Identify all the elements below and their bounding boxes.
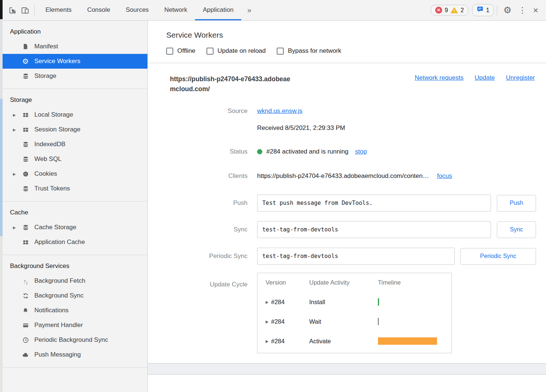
expand-arrow-icon[interactable]: ▶	[13, 226, 21, 230]
expand-arrow-icon[interactable]: ▶	[266, 320, 269, 324]
close-devtools-icon[interactable]: ×	[530, 5, 542, 16]
sidebar-item-web-sql[interactable]: ▶ Web SQL	[3, 152, 147, 166]
update-cycle-label: Update Cycle	[148, 273, 257, 288]
timeline-wait-tick	[378, 318, 379, 325]
push-button[interactable]: Push	[497, 195, 536, 212]
toolbar-right-cluster: ✕ 9 ! 2 1 ⚙ ⋮	[427, 4, 543, 16]
tab-application[interactable]: Application	[195, 0, 241, 20]
more-tabs-icon[interactable]: »	[241, 6, 257, 14]
expand-arrow-icon[interactable]: ▶	[266, 300, 269, 304]
column-header-version: Version	[266, 279, 309, 286]
settings-gear-icon[interactable]: ⚙	[500, 5, 515, 16]
push-row: Push Push	[148, 195, 546, 212]
bypass-for-network-checkbox-group: Bypass for network	[277, 47, 341, 55]
table-icon	[21, 112, 30, 118]
sidebar-item-payment-handler[interactable]: ▶ Payment Handler	[3, 318, 147, 333]
sidebar-item-label: Trust Tokens	[34, 185, 70, 192]
kebab-menu-icon[interactable]: ⋮	[515, 6, 530, 15]
tab-network[interactable]: Network	[157, 0, 195, 20]
source-label: Source	[148, 107, 257, 115]
periodic-sync-button[interactable]: Periodic Sync	[460, 248, 536, 265]
tab-console[interactable]: Console	[79, 0, 118, 20]
sidebar-item-manifest[interactable]: ▶ Manifest	[3, 39, 147, 54]
sidebar-item-application-cache[interactable]: ▶ Application Cache	[3, 235, 147, 250]
tab-sources[interactable]: Sources	[118, 0, 156, 20]
bell-icon	[21, 307, 30, 314]
clients-row: Clients https://publish-p24704-e76433.ad…	[148, 172, 546, 180]
sidebar-item-cookies[interactable]: ▶ Cookies	[3, 166, 147, 181]
database-icon	[21, 224, 30, 231]
page-title: Service Workers	[166, 31, 546, 39]
sync-button[interactable]: Sync	[497, 221, 536, 238]
push-label: Push	[148, 199, 257, 207]
focus-link[interactable]: focus	[437, 172, 452, 180]
device-toolbar-icon[interactable]	[19, 4, 31, 17]
fetch-arrows-icon: ↑↓	[21, 278, 30, 284]
sidebar-item-background-fetch[interactable]: ▶ ↑↓ Background Fetch	[3, 274, 147, 288]
sidebar-item-label: Cookies	[34, 170, 57, 178]
sidebar-item-background-sync[interactable]: ▶ Background Sync	[3, 288, 147, 303]
unregister-link[interactable]: Unregister	[506, 74, 535, 82]
sidebar-item-label: Application Cache	[34, 238, 85, 246]
sidebar-item-indexeddb[interactable]: ▶ IndexedDB	[3, 137, 147, 152]
expand-arrow-icon[interactable]: ▶	[13, 128, 21, 132]
message-bubble-icon	[477, 6, 484, 14]
column-header-update-activity: Update Activity	[309, 279, 378, 286]
tab-elements[interactable]: Elements	[38, 0, 79, 20]
expand-arrow-icon[interactable]: ▶	[266, 339, 269, 343]
periodic-sync-tag-input[interactable]	[257, 248, 455, 265]
sidebar-item-service-workers[interactable]: ▶ ⚙ Service Workers	[3, 54, 147, 69]
status-row: Status #284 activated and is running sto…	[148, 148, 546, 155]
version-cell: #284	[271, 338, 285, 345]
source-file-link[interactable]: wknd.us.ensw.js	[257, 107, 303, 115]
received-row: Received 8/5/2021, 2:29:33 PM	[148, 124, 546, 132]
cookie-icon	[21, 171, 30, 177]
offline-checkbox-group: Offline	[166, 47, 195, 55]
errors-warnings-badge[interactable]: ✕ 9 ! 2	[431, 5, 468, 16]
checkbox-label: Bypass for network	[288, 47, 341, 55]
sidebar-item-trust-tokens[interactable]: ▶ Trust Tokens	[3, 181, 147, 196]
offline-checkbox[interactable]	[166, 48, 173, 55]
expand-arrow-icon[interactable]: ▶	[13, 113, 21, 117]
error-icon: ✕	[435, 7, 442, 14]
update-link[interactable]: Update	[475, 74, 495, 82]
activity-cell: Activate	[309, 338, 378, 345]
update-on-reload-checkbox[interactable]	[207, 48, 214, 55]
sidebar-section-application: Application ▶ Manifest ▶ ⚙ Service Worke…	[3, 21, 147, 89]
message-count: 1	[486, 7, 489, 14]
devtools-content: Application ▶ Manifest ▶ ⚙ Service Worke…	[3, 21, 546, 392]
sidebar-item-session-storage[interactable]: ▶ Session Storage	[3, 122, 147, 137]
bypass-for-network-checkbox[interactable]	[277, 48, 284, 55]
expand-arrow-icon[interactable]: ▶	[13, 172, 21, 176]
sidebar-item-label: Cache Storage	[34, 224, 76, 231]
network-requests-link[interactable]: Network requests	[414, 74, 463, 82]
sidebar-section-storage: Storage ▶ Local Storage ▶ Session Sto	[3, 89, 147, 202]
stop-link[interactable]: stop	[355, 148, 367, 155]
sidebar-item-push-messaging[interactable]: ▶ Push Messaging	[3, 347, 147, 362]
sidebar-item-label: Payment Handler	[34, 321, 83, 329]
version-cell: #284	[271, 299, 285, 306]
version-cell: #284	[271, 318, 285, 325]
column-header-timeline: Timeline	[378, 279, 451, 286]
update-on-reload-checkbox-group: Update on reload	[207, 47, 266, 55]
application-sidebar: Application ▶ Manifest ▶ ⚙ Service Worke…	[3, 21, 148, 392]
push-message-input[interactable]	[257, 195, 491, 212]
sidebar-item-cache-storage[interactable]: ▶ Cache Storage	[3, 220, 147, 235]
table-row: ▶ #284 Activate	[266, 337, 451, 345]
sidebar-section-background-services: Background Services ▶ ↑↓ Background Fetc…	[3, 255, 147, 368]
table-icon	[21, 127, 30, 133]
sidebar-item-periodic-background-sync[interactable]: ▶ Periodic Background Sync	[3, 333, 147, 347]
sidebar-item-label: Notifications	[34, 307, 69, 314]
inspect-element-icon[interactable]	[6, 4, 19, 17]
sidebar-item-label: Background Sync	[34, 292, 83, 299]
sidebar-item-notifications[interactable]: ▶ Notifications	[3, 303, 147, 318]
issues-message-badge[interactable]: 1	[472, 4, 494, 16]
devtools-toolbar: Elements Console Sources Network Applica…	[3, 0, 546, 21]
sidebar-section-cache: Cache ▶ Cache Storage ▶ Application C	[3, 202, 147, 255]
sync-icon	[21, 293, 30, 299]
sidebar-item-label: Storage	[34, 72, 57, 80]
sync-tag-input[interactable]	[257, 221, 491, 238]
sidebar-item-label: Push Messaging	[34, 351, 81, 358]
sidebar-item-local-storage[interactable]: ▶ Local Storage	[3, 107, 147, 122]
sidebar-item-storage[interactable]: ▶ Storage	[3, 69, 147, 83]
